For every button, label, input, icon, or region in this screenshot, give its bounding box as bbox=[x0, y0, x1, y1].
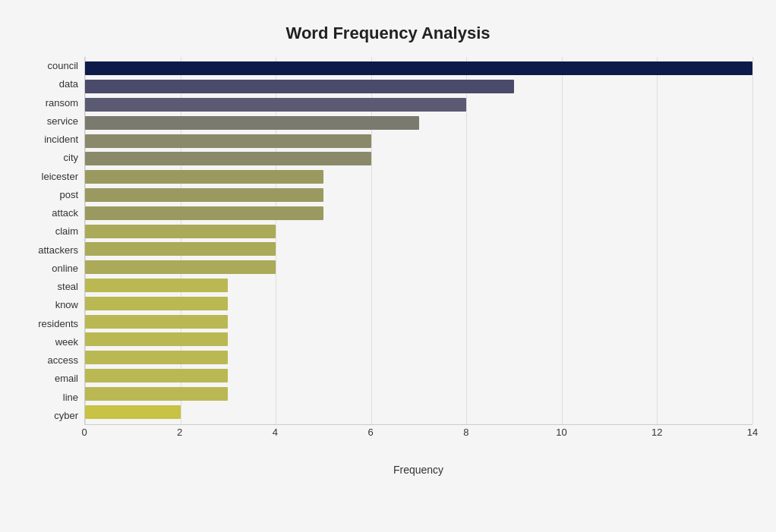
x-axis: 02468101214 bbox=[84, 425, 752, 447]
bar-email bbox=[85, 369, 228, 382]
bar-access bbox=[85, 351, 228, 364]
x-tick-14: 14 bbox=[747, 427, 758, 438]
bar-row-data bbox=[85, 78, 752, 95]
y-axis-labels: councildataransomserviceincidentcityleic… bbox=[24, 57, 84, 425]
bar-leicester bbox=[85, 170, 323, 184]
bar-data bbox=[85, 80, 514, 93]
bar-know bbox=[85, 297, 228, 310]
bar-row-post bbox=[85, 187, 752, 203]
y-label-post: post bbox=[24, 190, 78, 200]
bar-row-week bbox=[85, 331, 752, 348]
bar-row-cyber bbox=[85, 404, 752, 420]
bar-row-residents bbox=[85, 313, 752, 330]
x-tick-2: 2 bbox=[177, 427, 182, 438]
bar-post bbox=[85, 188, 323, 202]
y-label-attackers: attackers bbox=[24, 245, 78, 255]
bar-row-service bbox=[85, 115, 752, 131]
bar-row-ransom bbox=[85, 96, 752, 113]
y-label-residents: residents bbox=[24, 319, 78, 329]
bar-row-steal bbox=[85, 277, 752, 294]
y-label-attack: attack bbox=[24, 208, 78, 218]
bar-attack bbox=[85, 206, 323, 220]
x-tick-6: 6 bbox=[368, 427, 374, 438]
bar-claim bbox=[85, 225, 276, 238]
y-label-ransom: ransom bbox=[24, 98, 78, 108]
x-tick-12: 12 bbox=[651, 427, 662, 438]
bar-attackers bbox=[85, 242, 276, 256]
bar-council bbox=[85, 61, 752, 75]
y-label-leicester: leicester bbox=[24, 172, 78, 181]
bar-row-attackers bbox=[85, 241, 752, 257]
y-label-service: service bbox=[24, 116, 78, 126]
plot-area bbox=[84, 57, 752, 425]
y-label-access: access bbox=[24, 355, 78, 365]
y-label-know: know bbox=[24, 300, 78, 310]
bar-row-email bbox=[85, 367, 752, 384]
bar-ransom bbox=[85, 98, 466, 112]
y-label-email: email bbox=[24, 373, 78, 383]
bar-online bbox=[85, 260, 276, 274]
y-label-incident: incident bbox=[24, 134, 78, 144]
bar-service bbox=[85, 116, 419, 130]
bar-cyber bbox=[85, 405, 181, 419]
x-tick-4: 4 bbox=[273, 427, 278, 438]
y-label-claim: claim bbox=[24, 226, 78, 236]
bar-city bbox=[85, 152, 371, 165]
bar-line bbox=[85, 387, 228, 401]
y-label-steal: steal bbox=[24, 282, 78, 291]
y-label-cyber: cyber bbox=[24, 411, 78, 420]
chart-title: Word Frequency Analysis bbox=[24, 24, 752, 43]
bar-row-online bbox=[85, 259, 752, 275]
bar-row-access bbox=[85, 349, 752, 366]
bar-row-attack bbox=[85, 205, 752, 222]
bar-incident bbox=[85, 134, 371, 148]
bar-row-claim bbox=[85, 223, 752, 240]
bar-row-leicester bbox=[85, 168, 752, 185]
x-tick-10: 10 bbox=[556, 427, 566, 438]
grid-line bbox=[752, 57, 753, 424]
y-label-week: week bbox=[24, 337, 78, 347]
y-label-line: line bbox=[24, 392, 78, 402]
bar-row-know bbox=[85, 295, 752, 312]
x-tick-8: 8 bbox=[463, 427, 468, 438]
bar-week bbox=[85, 332, 228, 346]
chart-container: Word Frequency Analysis councildataranso… bbox=[8, 8, 768, 524]
y-label-city: city bbox=[24, 153, 78, 162]
y-label-data: data bbox=[24, 79, 78, 89]
y-label-council: council bbox=[24, 61, 78, 71]
x-tick-0: 0 bbox=[81, 427, 87, 438]
bar-row-city bbox=[85, 150, 752, 167]
bar-steal bbox=[85, 279, 228, 292]
x-axis-label: Frequency bbox=[84, 464, 752, 476]
bar-row-line bbox=[85, 386, 752, 402]
y-label-online: online bbox=[24, 263, 78, 273]
bar-residents bbox=[85, 315, 228, 329]
bar-row-council bbox=[85, 60, 752, 77]
bar-row-incident bbox=[85, 133, 752, 150]
